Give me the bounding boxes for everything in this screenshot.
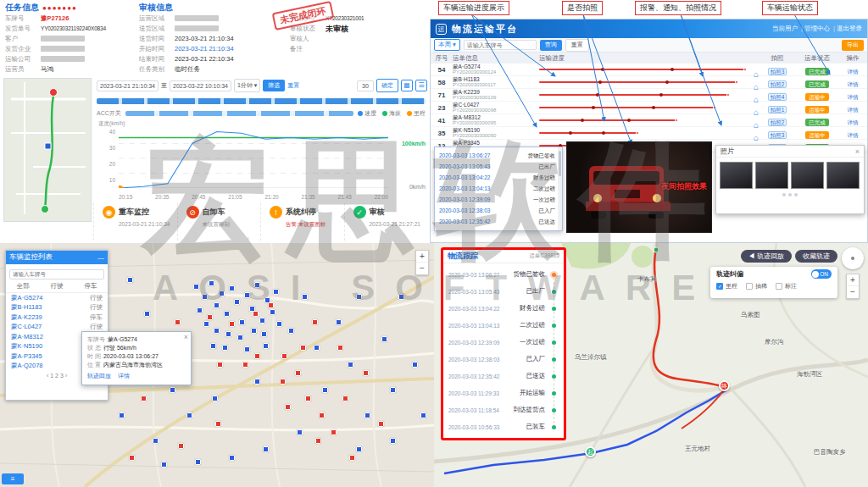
vehicle-marker[interactable] — [288, 328, 294, 334]
legend-item[interactable]: 海拔 — [382, 109, 401, 118]
timeline-entry[interactable]: 2020-03-03 10:56:33 已装车 — [443, 418, 564, 435]
legend-item[interactable]: 里程 — [407, 109, 426, 118]
vehicle-marker[interactable] — [254, 353, 260, 359]
favorite-track-button[interactable]: 收藏轨迹 — [795, 250, 837, 263]
vehicle-marker[interactable] — [263, 446, 269, 452]
vehicle-marker[interactable] — [348, 362, 353, 368]
vehicle-plate-link[interactable]: 蒙A·G5274 — [11, 294, 43, 302]
vehicle-row[interactable]: 蒙A·G5274 行驶 — [6, 293, 108, 303]
vehicle-marker[interactable] — [244, 292, 250, 298]
vehicle-marker[interactable] — [141, 396, 147, 401]
option-checkbox[interactable]: 里程 — [716, 282, 737, 291]
vehicle-marker[interactable] — [175, 319, 181, 325]
search-button[interactable]: 查询 — [540, 40, 562, 51]
vehicle-marker[interactable] — [356, 446, 362, 452]
vehicle-marker[interactable] — [254, 379, 260, 385]
vehicle-marker[interactable] — [314, 345, 320, 351]
tooltip-link[interactable]: 轨迹回放 — [87, 372, 111, 380]
detail-link[interactable]: 详情 — [848, 69, 859, 75]
vehicle-marker[interactable] — [215, 421, 221, 427]
route-start-marker[interactable]: 起 — [585, 446, 596, 457]
vehicle-marker[interactable] — [178, 443, 184, 449]
header-link[interactable]: 退出登录 — [837, 25, 862, 33]
timeline-entry[interactable]: 2020-03-03 12:38:03 已入厂 — [443, 351, 564, 368]
zoom-out-button[interactable]: − — [847, 286, 859, 298]
vehicle-marker[interactable] — [242, 362, 248, 368]
plate-search-input[interactable] — [464, 40, 537, 50]
detail-link[interactable]: 详情 — [848, 132, 859, 138]
status-item[interactable]: ✓ 审核 2023-03-21 21:27:21 — [344, 203, 428, 241]
vehicle-marker[interactable] — [161, 462, 167, 468]
range-select[interactable]: 本周 ▾ — [434, 39, 460, 51]
end-time-input[interactable]: 2023-03-22 10:10:34 — [170, 80, 231, 91]
vehicle-marker[interactable] — [381, 336, 387, 342]
vehicle-marker[interactable] — [202, 294, 208, 300]
timeline-entry[interactable]: 2020-03-03 11:29:33 开始运输 — [443, 385, 564, 401]
start-time-input[interactable]: 2023-03-21 21:10:34 — [97, 80, 159, 91]
monitor-map[interactable]: 车辆监控列表 — 全部行驶停车 蒙A·G5274 行驶 蒙B·H1183 行驶 — [0, 243, 434, 487]
vehicle-row[interactable]: 蒙C·L0427 行驶 — [6, 322, 108, 332]
vehicle-marker[interactable] — [297, 429, 303, 435]
vehicle-marker[interactable] — [193, 284, 199, 290]
vehicle-marker[interactable] — [276, 321, 282, 327]
acc-segment-bar[interactable] — [125, 111, 353, 116]
detail-link[interactable]: 详情 — [848, 94, 859, 100]
vehicle-marker[interactable] — [364, 412, 370, 418]
vehicle-marker[interactable] — [244, 346, 250, 352]
photo-thumbnail[interactable] — [720, 162, 753, 189]
correction-toggle[interactable]: ON — [811, 269, 832, 279]
vehicle-marker[interactable] — [300, 345, 306, 351]
vehicle-marker[interactable] — [337, 345, 343, 351]
interval-select[interactable]: 1分钟 ▾ — [234, 79, 260, 92]
pan-compass-control[interactable] — [842, 247, 864, 269]
vehicle-marker[interactable] — [153, 438, 159, 444]
header-link[interactable]: 管理中心 — [804, 25, 830, 33]
vehicle-marker[interactable] — [129, 455, 135, 461]
vehicle-marker[interactable] — [295, 370, 301, 376]
vehicle-marker[interactable] — [212, 396, 218, 401]
detail-link[interactable]: 详情 — [848, 107, 859, 113]
vehicle-plate-link[interactable]: 蒙A·K2239 — [11, 313, 42, 322]
scrollbar[interactable] — [558, 147, 562, 230]
vehicle-marker[interactable] — [270, 309, 275, 315]
option-checkbox[interactable]: 标注 — [776, 282, 797, 291]
chart-view-icon[interactable]: ▦ — [401, 80, 413, 91]
vehicle-marker[interactable] — [210, 343, 216, 349]
zoom-in-button[interactable]: + — [416, 251, 428, 263]
vehicle-marker[interactable] — [302, 294, 308, 300]
timeline-entry[interactable]: 2020-03-03 13:05:43 已出厂 — [443, 283, 564, 300]
export-button[interactable]: 导出 — [842, 40, 864, 51]
vehicle-row[interactable]: 蒙B·H1183 行驶 — [6, 302, 108, 313]
tracking-map[interactable]: 卡布其千里山镇摩尔沟海勃湾区王元地村巴音陶亥乡乌兰淖尔镇乌素图 起 终 物流跟踪… — [434, 243, 868, 487]
photo-thumbnail[interactable] — [791, 162, 824, 189]
vehicle-marker[interactable] — [261, 331, 267, 337]
vehicle-marker[interactable] — [214, 302, 220, 308]
vehicle-marker[interactable] — [263, 343, 269, 349]
route-minimap[interactable] — [3, 78, 92, 222]
vehicle-plate-link[interactable]: 蒙B·H1183 — [11, 303, 42, 312]
vehicle-marker[interactable] — [322, 387, 328, 393]
vehicle-marker[interactable] — [285, 404, 291, 410]
vehicle-marker[interactable] — [378, 421, 384, 427]
vehicle-marker[interactable] — [251, 328, 257, 334]
vehicle-plate-link[interactable]: 蒙K·N5190 — [11, 342, 42, 351]
vehicle-tab[interactable]: 行驶 — [40, 281, 74, 292]
route-end-marker[interactable]: 终 — [719, 380, 730, 391]
vehicle-plate-link[interactable]: 蒙A·P3345 — [11, 352, 42, 361]
vehicle-marker[interactable] — [259, 318, 265, 324]
reset-button[interactable]: 重置 — [565, 39, 589, 52]
vehicle-marker[interactable] — [234, 299, 240, 305]
vehicle-marker[interactable] — [197, 307, 203, 313]
vehicle-marker[interactable] — [273, 289, 279, 295]
reset-link[interactable]: 重置 — [287, 81, 299, 90]
vehicle-marker[interactable] — [253, 311, 259, 317]
tooltip-link[interactable]: 详情 — [118, 372, 130, 380]
vehicle-marker[interactable] — [331, 429, 337, 435]
vehicle-marker[interactable] — [254, 282, 260, 288]
vehicle-marker[interactable] — [312, 319, 318, 325]
vehicle-marker[interactable] — [219, 291, 225, 296]
timeline-entry[interactable]: 2020-03-03 11:18:54 到达提货点 — [443, 401, 564, 418]
detail-link[interactable]: 详情 — [848, 119, 859, 125]
vehicle-marker[interactable] — [214, 328, 220, 334]
vehicle-marker[interactable] — [229, 455, 235, 461]
